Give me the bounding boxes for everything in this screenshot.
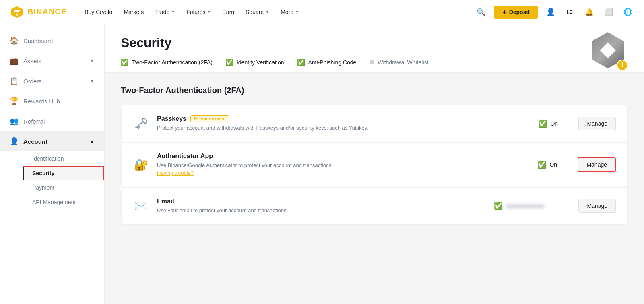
chevron-down-icon: ▼ (90, 58, 95, 64)
twofa-rows-container: 🗝️ Passkeys Recommended Protect your acc… (121, 105, 628, 225)
email-status-icon: ✅ (494, 201, 503, 210)
dashboard-icon: 🏠 (10, 36, 19, 45)
sidebar-sub-item-security[interactable]: Security (23, 166, 104, 180)
content-area: Two-Factor Authentication (2FA) 🗝️ Passk… (105, 73, 644, 238)
referral-icon: 👥 (10, 117, 19, 126)
sidebar-item-assets[interactable]: 💼 Assets ▼ (0, 51, 104, 71)
check-icon-2fa: ✅ (121, 58, 129, 66)
authenticator-status-label: On (549, 161, 557, 168)
authenticator-desc: Use Binance/Google Authenticator to prot… (157, 161, 529, 177)
scan-button[interactable]: ⬜ (602, 6, 615, 19)
check-icon-identity: ✅ (225, 58, 233, 66)
sidebar-item-label: Orders (23, 78, 42, 85)
nav-more[interactable]: More ▼ (276, 6, 304, 19)
email-body: Email Use your email to protect your acc… (157, 198, 486, 215)
sidebar-item-referral[interactable]: 👥 Referral (0, 111, 104, 131)
passkeys-status-label: On (550, 120, 558, 127)
tab-antiphishing[interactable]: ✅ Anti-Phishing Code (297, 58, 357, 72)
authenticator-status-icon: ✅ (537, 160, 546, 169)
nav-earn[interactable]: Earn (218, 6, 239, 19)
twofa-section-title: Two-Factor Authentication (2FA) (121, 86, 628, 95)
email-title: Email (157, 198, 486, 205)
tab-withdrawal-label[interactable]: Withdrawal Whitelist (378, 59, 428, 66)
binance-logo-icon (10, 5, 24, 19)
email-status: ✅ ●●●●●●●●●●●● (494, 201, 570, 210)
page-header: Security ! ✅ Two-Factor Authentication (… (105, 24, 644, 73)
sidebar-item-rewards-hub[interactable]: 🏆 Rewards Hub (0, 91, 104, 111)
assets-icon: 💼 (10, 56, 19, 65)
twofa-row-passkeys: 🗝️ Passkeys Recommended Protect your acc… (121, 105, 627, 142)
deposit-button[interactable]: ⬇ Deposit (494, 6, 538, 19)
deposit-icon: ⬇ (502, 9, 507, 15)
chevron-up-icon: ▲ (90, 139, 95, 144)
language-button[interactable]: 🌐 (621, 6, 634, 19)
security-tabs: ✅ Two-Factor Authentication (2FA) ✅ Iden… (121, 58, 628, 72)
passkeys-manage-button[interactable]: Manage (578, 117, 616, 130)
nav-buy-crypto[interactable]: Buy Crypto (80, 6, 117, 19)
page-title: Security (121, 35, 628, 50)
tab-identity-label: Identity Verification (237, 59, 284, 66)
recommended-badge: Recommended (190, 115, 229, 122)
nav-futures[interactable]: Futures ▼ (182, 6, 216, 19)
check-icon-antiphishing: ✅ (297, 58, 305, 66)
authenticator-icon: 🔐 (133, 158, 149, 172)
sidebar-sub-item-api-management[interactable]: API Management (23, 195, 104, 209)
check-icon-withdrawal: ✖ (369, 58, 374, 66)
authenticator-status: ✅ On (537, 160, 570, 169)
notifications-button[interactable]: 🔔 (583, 6, 596, 19)
tab-identity[interactable]: ✅ Identity Verification (225, 58, 284, 72)
nav-links: Buy Crypto Markets Trade ▼ Futures ▼ Ear… (80, 6, 475, 19)
sidebar-sub-item-identification[interactable]: Identification (23, 151, 104, 166)
email-desc: Use your email to protect your account a… (157, 207, 486, 215)
sidebar-item-label: Dashboard (23, 37, 53, 44)
account-submenu: Identification Security Payment API Mana… (0, 151, 104, 209)
passkeys-status: ✅ On (538, 119, 570, 128)
twofa-row-authenticator: 🔐 Authenticator App Use Binance/Google A… (121, 143, 627, 187)
tab-withdrawal[interactable]: ✖ Withdrawal Whitelist (369, 58, 428, 72)
profile-button[interactable]: 👤 (544, 6, 557, 19)
main-content: Security ! ✅ Two-Factor Authentication (… (105, 24, 644, 304)
authenticator-body: Authenticator App Use Binance/Google Aut… (157, 153, 529, 177)
sidebar-item-label: Rewards Hub (23, 98, 60, 105)
email-manage-button[interactable]: Manage (578, 199, 616, 213)
orders-icon: 📋 (10, 77, 19, 85)
passkeys-icon: 🗝️ (133, 117, 149, 130)
sidebar-item-account[interactable]: 👤 Account ▲ (0, 131, 104, 151)
logo-text: BINANCE (27, 7, 67, 17)
sidebar-item-label: Referral (23, 118, 45, 125)
nav-markets[interactable]: Markets (119, 6, 149, 19)
passkeys-status-icon: ✅ (538, 119, 547, 128)
tab-2fa[interactable]: ✅ Two-Factor Authentication (2FA) (121, 58, 213, 72)
sidebar-item-label: Assets (23, 58, 41, 64)
passkeys-title: Passkeys Recommended (157, 115, 530, 122)
sidebar: 🏠 Dashboard 💼 Assets ▼ 📋 Orders ▼ 🏆 Rewa… (0, 24, 105, 304)
tab-2fa-label: Two-Factor Authentication (2FA) (132, 59, 213, 66)
authenticator-manage-button[interactable]: Manage (578, 157, 616, 172)
sidebar-item-orders[interactable]: 📋 Orders ▼ (0, 71, 104, 91)
app-layout: 🏠 Dashboard 💼 Assets ▼ 📋 Orders ▼ 🏆 Rewa… (0, 24, 644, 304)
topnav-actions: 🔍 ⬇ Deposit 👤 🗂 🔔 ⬜ 🌐 (475, 6, 634, 19)
email-icon: ✉️ (133, 199, 149, 213)
sidebar-item-label: Account (23, 138, 47, 145)
email-value-blurred: ●●●●●●●●●●●● (506, 203, 570, 209)
security-badge: ! (592, 32, 628, 72)
search-button[interactable]: 🔍 (475, 6, 487, 19)
sidebar-item-dashboard[interactable]: 🏠 Dashboard (0, 31, 104, 51)
rewards-icon: 🏆 (10, 97, 19, 105)
badge-diamond (600, 42, 616, 58)
badge-warning-icon: ! (617, 60, 628, 71)
chevron-down-icon: ▼ (90, 78, 95, 84)
nav-trade[interactable]: Trade ▼ (150, 6, 180, 19)
logo[interactable]: BINANCE (10, 5, 67, 19)
wallet-button[interactable]: 🗂 (564, 6, 576, 19)
authenticator-title: Authenticator App (157, 153, 529, 160)
top-navigation: BINANCE Buy Crypto Markets Trade ▼ Futur… (0, 0, 644, 24)
having-trouble-link[interactable]: Having trouble? (157, 170, 194, 176)
tab-antiphishing-label: Anti-Phishing Code (308, 59, 357, 66)
passkeys-desc: Protect your account and withdrawals wit… (157, 124, 530, 132)
nav-square[interactable]: Square ▼ (241, 6, 274, 19)
sidebar-sub-item-payment[interactable]: Payment (23, 180, 104, 195)
twofa-row-email: ✉️ Email Use your email to protect your … (121, 188, 627, 225)
account-icon: 👤 (10, 137, 19, 146)
passkeys-body: Passkeys Recommended Protect your accoun… (157, 115, 530, 132)
